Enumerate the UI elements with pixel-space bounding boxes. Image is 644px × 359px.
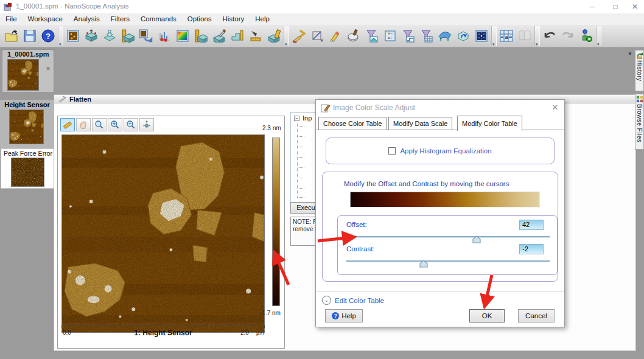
menu-history[interactable]: History (217, 13, 250, 25)
tree-collapse-icon[interactable]: − (294, 116, 299, 121)
image-compare-icon[interactable] (137, 26, 155, 46)
file-tab-label: 1_00001.spm (7, 51, 49, 58)
annotate-table-icon[interactable]: a (497, 26, 516, 46)
depth-measure-icon[interactable] (192, 26, 210, 46)
file-tab-thumbnail[interactable] (7, 59, 39, 91)
channel-height-sensor-label: Height Sensor (0, 101, 54, 108)
color-table-gradient-bar[interactable] (350, 192, 540, 207)
tree-root-row[interactable]: − Inp (294, 114, 312, 122)
dialog-title: Image Color Scale Adjust (333, 103, 415, 112)
dialog-title-bar[interactable]: Image Color Scale Adjust ✕ (316, 100, 564, 116)
contrast-slider-thumb[interactable] (419, 260, 429, 268)
tab-choose-color-table[interactable]: Choose Color Table (318, 117, 387, 130)
toolbar-separator[interactable] (491, 26, 497, 46)
squeegee-clean-icon[interactable] (290, 26, 308, 46)
help-question-icon: ? (332, 312, 339, 319)
cancel-button[interactable]: Cancel (518, 309, 555, 322)
menu-options[interactable]: Options (182, 13, 217, 25)
math-filter-icon[interactable]: +−×÷ (381, 26, 399, 46)
erase-tool-icon[interactable] (326, 26, 345, 46)
dock-tab-browse-files[interactable]: Browse Files (635, 94, 644, 150)
menu-help[interactable]: Help (250, 13, 275, 25)
help-button[interactable]: ? Help (325, 309, 363, 322)
zoom-out-icon[interactable] (124, 118, 138, 131)
toolbar-separator[interactable] (534, 26, 540, 46)
open-file-icon[interactable] (2, 26, 21, 46)
point-marker-icon[interactable] (82, 26, 100, 46)
menu-filters[interactable]: Filters (105, 13, 135, 25)
lowpass-filter-icon[interactable] (399, 26, 418, 46)
ok-button-label: OK (482, 312, 492, 319)
toolbar-separator[interactable] (58, 26, 63, 46)
measure-box-icon[interactable] (119, 26, 137, 46)
svg-text:+−: +− (388, 32, 393, 36)
toolbar-separator[interactable] (596, 26, 601, 46)
tab-modify-data-scale[interactable]: Modify Data Scale (388, 117, 452, 130)
save-icon[interactable] (21, 26, 39, 46)
spectrum-2d-icon[interactable] (472, 26, 491, 46)
color-scale-max-label: 2.3 nm (262, 125, 281, 131)
x-axis-unit-label: µm (256, 330, 264, 336)
contrast-value-field[interactable]: -2 (519, 244, 544, 254)
offset-value-field[interactable]: 42 (519, 220, 544, 230)
dock-dropdown-icon[interactable]: ▼ (628, 51, 632, 57)
menu-workspace[interactable]: Workspace (23, 13, 68, 25)
color-map-icon[interactable] (173, 26, 192, 46)
menu-commands[interactable]: Commands (135, 13, 182, 25)
roughness-box-icon[interactable] (265, 26, 283, 46)
redo-icon[interactable] (559, 26, 577, 46)
pan-hand-icon[interactable] (76, 118, 91, 131)
journal-book-icon[interactable] (516, 26, 534, 46)
image-color-scale-adjust-dialog: Image Color Scale Adjust ✕ Choose Color … (315, 99, 565, 327)
measure-ruler-icon[interactable] (60, 118, 75, 131)
minimize-button[interactable]: ─ (582, 0, 603, 13)
channel-height-sensor-thumbnail[interactable] (9, 110, 44, 144)
edit-color-table-expander[interactable]: ⌄ Edit Color Table (322, 296, 384, 305)
flatten-plane-icon[interactable] (100, 26, 119, 46)
contrast-slider-track[interactable] (346, 260, 550, 262)
close-button[interactable]: ✕ (625, 0, 644, 13)
zoom-in-icon[interactable] (108, 118, 122, 131)
offset-slider-track[interactable] (346, 236, 550, 238)
image-display-icon[interactable] (64, 26, 82, 46)
menu-bar: File Workspace Analysis Filters Commands… (0, 13, 644, 25)
restore-shape-icon[interactable] (454, 26, 472, 46)
gaussian-filter-icon[interactable] (363, 26, 381, 46)
run-autoprogram-icon[interactable] (577, 26, 595, 46)
toolbar-separator[interactable] (284, 26, 289, 46)
file-tab[interactable]: 1_00001.spm × (2, 49, 54, 92)
color-scale-bar[interactable] (272, 138, 280, 306)
particle-analysis-icon[interactable] (155, 26, 173, 46)
channel-peak-force-error-thumbnail[interactable] (11, 158, 44, 187)
ok-button[interactable]: OK (469, 309, 505, 322)
dialog-close-icon[interactable]: ✕ (550, 103, 561, 112)
modify-cursors-label: Modify the Offset and Contrast by moving… (344, 180, 509, 187)
sliders-groupbox: Offset: 42 Contrast: -2 (337, 215, 558, 275)
afm-height-image[interactable] (61, 134, 265, 333)
menu-analysis[interactable]: Analysis (68, 13, 105, 25)
undo-icon[interactable] (541, 26, 559, 46)
tab-modify-color-table[interactable]: Modify Color Table (457, 116, 522, 131)
channel-peak-force-error[interactable]: Peak Force Error (1, 148, 54, 189)
chevron-down-circle-icon[interactable]: ⌄ (322, 296, 331, 305)
angle-tool-icon[interactable] (247, 26, 265, 46)
roller-flatten-icon[interactable] (345, 26, 363, 46)
help-icon[interactable]: ? (39, 26, 57, 46)
apply-histogram-checkbox[interactable] (388, 147, 396, 155)
browse-files-icon (636, 96, 643, 103)
file-tab-close-icon[interactable]: × (44, 64, 52, 73)
window-title: 1_00001.spm - NanoScope Analysis (16, 2, 128, 10)
step-measure-icon[interactable] (228, 26, 247, 46)
channel-height-sensor[interactable]: Height Sensor (0, 100, 54, 148)
menu-file[interactable]: File (0, 13, 23, 25)
offset-slider-thumb[interactable] (472, 235, 481, 243)
crop-rotate-icon[interactable] (308, 26, 326, 46)
median-filter-icon[interactable] (418, 26, 436, 46)
zoom-icon[interactable] (92, 118, 107, 131)
surface-3d-icon[interactable] (436, 26, 454, 46)
offset-move-icon[interactable] (139, 118, 154, 131)
color-scale-min-label: -1.7 nm (260, 310, 281, 316)
section-knife-icon[interactable] (210, 26, 228, 46)
dock-tab-history[interactable]: History (635, 50, 644, 91)
maximize-button[interactable]: □ (605, 0, 626, 13)
